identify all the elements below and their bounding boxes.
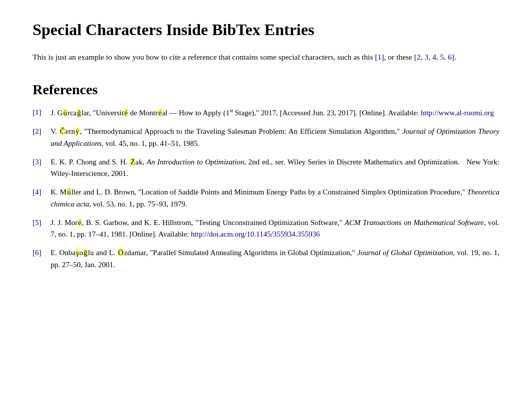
ref-label-4: [4] bbox=[33, 186, 51, 198]
ref-5-link[interactable]: http://doi.acm.org/10.1145/355934.355936 bbox=[191, 230, 320, 238]
cite-2-6: [2, 3, 4, 5, 6] bbox=[414, 53, 454, 61]
ref-content-1: J. Gürcağlar, "Université de Montréal — … bbox=[51, 107, 499, 119]
page-title: Special Characters Inside BibTex Entries bbox=[33, 20, 499, 39]
list-item: [6] E. Onbaşoğlu and L. Özdamar, "Parall… bbox=[33, 247, 499, 271]
list-item: [1] J. Gürcağlar, "Université de Montréa… bbox=[33, 107, 499, 119]
ref-content-2: V. Černý, "Thermodynamical Approach to t… bbox=[51, 126, 499, 149]
cite-1: [1] bbox=[375, 53, 384, 61]
ref-label-1: [1] bbox=[33, 107, 51, 118]
ref-content-3: E. K. P. Chong and S. H. Żak, An Introdu… bbox=[51, 156, 499, 180]
references-section-title: References bbox=[33, 82, 499, 98]
intro-paragraph: This is just an example to show you how … bbox=[33, 51, 499, 64]
list-item: [2] V. Černý, "Thermodynamical Approach … bbox=[33, 126, 499, 149]
ref-label-6: [6] bbox=[33, 247, 51, 259]
ref-content-6: E. Onbaşoğlu and L. Özdamar, "Parallel S… bbox=[51, 247, 499, 271]
ref-1-link[interactable]: http://www.al-roomi.org bbox=[421, 109, 494, 117]
list-item: [5] J. J. Moré, B. S. Garbow, and K. E. … bbox=[33, 217, 499, 241]
references-list: [1] J. Gürcağlar, "Université de Montréa… bbox=[33, 107, 499, 271]
ref-label-3: [3] bbox=[33, 156, 51, 168]
list-item: [3] E. K. P. Chong and S. H. Żak, An Int… bbox=[33, 156, 499, 180]
ref-content-4: K. Müller and L. D. Brown, "Location of … bbox=[51, 186, 499, 210]
list-item: [4] K. Müller and L. D. Brown, "Location… bbox=[33, 186, 499, 210]
ref-label-5: [5] bbox=[33, 217, 51, 229]
ref-content-5: J. J. Moré, B. S. Garbow, and K. E. Hill… bbox=[51, 217, 499, 241]
ref-label-2: [2] bbox=[33, 126, 51, 137]
